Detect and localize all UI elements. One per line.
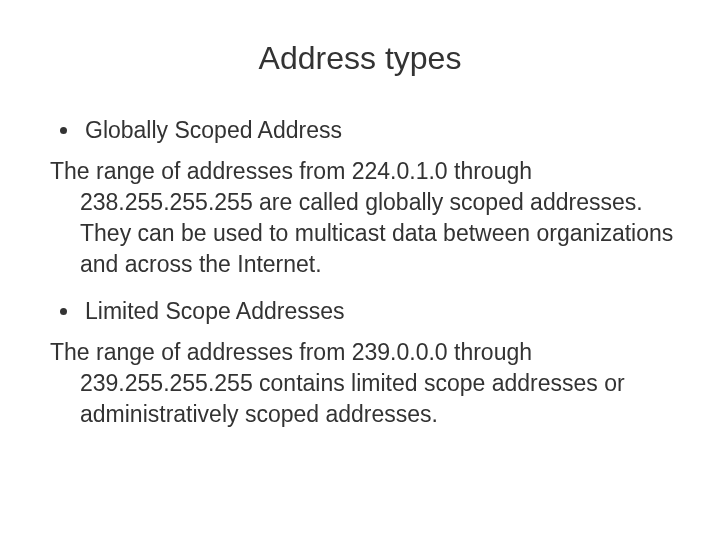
bullet-item: Globally Scoped Address — [50, 117, 680, 144]
slide-content: Globally Scoped Address The range of add… — [40, 117, 680, 430]
paragraph-text: The range of addresses from 224.0.1.0 th… — [50, 156, 680, 280]
bullet-text: Globally Scoped Address — [85, 117, 342, 144]
slide-title: Address types — [40, 40, 680, 77]
bullet-icon — [60, 308, 67, 315]
bullet-icon — [60, 127, 67, 134]
bullet-item: Limited Scope Addresses — [50, 298, 680, 325]
bullet-text: Limited Scope Addresses — [85, 298, 345, 325]
paragraph-text: The range of addresses from 239.0.0.0 th… — [50, 337, 680, 430]
